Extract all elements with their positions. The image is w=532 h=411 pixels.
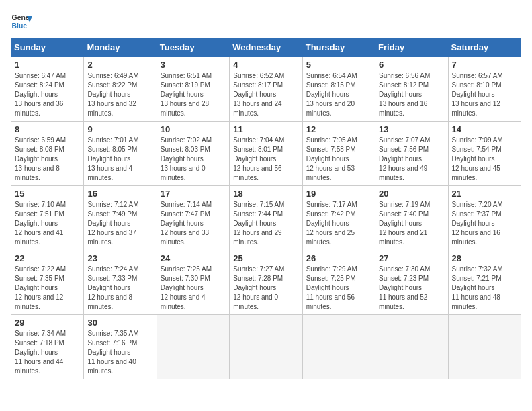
calendar-cell: 21 Sunrise: 7:20 AM Sunset: 7:37 PM Dayl… bbox=[448, 186, 521, 250]
header-wednesday: Wednesday bbox=[230, 38, 302, 57]
calendar-cell: 25 Sunrise: 7:27 AM Sunset: 7:28 PM Dayl… bbox=[230, 250, 302, 315]
calendar-cell bbox=[302, 315, 375, 379]
day-number: 10 bbox=[161, 124, 226, 134]
day-number: 11 bbox=[233, 124, 298, 134]
day-number: 13 bbox=[379, 124, 444, 134]
day-number: 27 bbox=[379, 253, 444, 263]
day-info: Sunrise: 7:19 AM Sunset: 7:40 PM Dayligh… bbox=[379, 200, 444, 247]
logo: General Blue bbox=[11, 11, 35, 32]
calendar-cell: 15 Sunrise: 7:10 AM Sunset: 7:51 PM Dayl… bbox=[11, 186, 84, 250]
calendar-cell: 13 Sunrise: 7:07 AM Sunset: 7:56 PM Dayl… bbox=[375, 122, 448, 186]
calendar-cell: 18 Sunrise: 7:15 AM Sunset: 7:44 PM Dayl… bbox=[230, 186, 302, 250]
calendar-cell: 11 Sunrise: 7:04 AM Sunset: 8:01 PM Dayl… bbox=[230, 122, 302, 186]
header-monday: Monday bbox=[84, 38, 157, 57]
day-info: Sunrise: 7:20 AM Sunset: 7:37 PM Dayligh… bbox=[452, 200, 517, 247]
calendar-week-1: 1 Sunrise: 6:47 AM Sunset: 8:24 PM Dayli… bbox=[11, 57, 521, 122]
calendar-cell: 16 Sunrise: 7:12 AM Sunset: 7:49 PM Dayl… bbox=[84, 186, 157, 250]
day-info: Sunrise: 7:29 AM Sunset: 7:25 PM Dayligh… bbox=[306, 265, 371, 312]
svg-text:Blue: Blue bbox=[12, 22, 28, 30]
day-info: Sunrise: 6:56 AM Sunset: 8:12 PM Dayligh… bbox=[379, 71, 444, 118]
header-tuesday: Tuesday bbox=[157, 38, 229, 57]
day-info: Sunrise: 7:34 AM Sunset: 7:18 PM Dayligh… bbox=[15, 329, 80, 376]
day-number: 2 bbox=[87, 60, 152, 70]
calendar-cell: 9 Sunrise: 7:01 AM Sunset: 8:05 PM Dayli… bbox=[84, 122, 157, 186]
day-info: Sunrise: 7:01 AM Sunset: 8:05 PM Dayligh… bbox=[87, 136, 152, 183]
day-info: Sunrise: 6:52 AM Sunset: 8:17 PM Dayligh… bbox=[233, 71, 298, 118]
day-number: 16 bbox=[87, 189, 152, 199]
calendar-cell bbox=[375, 315, 448, 379]
day-info: Sunrise: 7:12 AM Sunset: 7:49 PM Dayligh… bbox=[87, 200, 152, 247]
day-number: 17 bbox=[161, 189, 226, 199]
calendar-cell: 2 Sunrise: 6:49 AM Sunset: 8:22 PM Dayli… bbox=[84, 57, 157, 122]
day-info: Sunrise: 7:10 AM Sunset: 7:51 PM Dayligh… bbox=[15, 200, 80, 247]
day-number: 26 bbox=[306, 253, 371, 263]
day-info: Sunrise: 6:49 AM Sunset: 8:22 PM Dayligh… bbox=[87, 71, 152, 118]
day-number: 21 bbox=[452, 189, 517, 199]
calendar-cell: 3 Sunrise: 6:51 AM Sunset: 8:19 PM Dayli… bbox=[157, 57, 229, 122]
day-number: 23 bbox=[87, 253, 152, 263]
calendar-cell: 30 Sunrise: 7:35 AM Sunset: 7:16 PM Dayl… bbox=[84, 315, 157, 379]
calendar-cell: 1 Sunrise: 6:47 AM Sunset: 8:24 PM Dayli… bbox=[11, 57, 84, 122]
day-number: 3 bbox=[161, 60, 226, 70]
calendar-cell: 6 Sunrise: 6:56 AM Sunset: 8:12 PM Dayli… bbox=[375, 57, 448, 122]
calendar-cell: 19 Sunrise: 7:17 AM Sunset: 7:42 PM Dayl… bbox=[302, 186, 375, 250]
day-number: 29 bbox=[15, 318, 80, 328]
day-number: 28 bbox=[452, 253, 517, 263]
day-info: Sunrise: 7:04 AM Sunset: 8:01 PM Dayligh… bbox=[233, 136, 298, 183]
calendar-week-5: 29 Sunrise: 7:34 AM Sunset: 7:18 PM Dayl… bbox=[11, 315, 521, 379]
day-info: Sunrise: 7:27 AM Sunset: 7:28 PM Dayligh… bbox=[233, 265, 298, 312]
day-info: Sunrise: 7:24 AM Sunset: 7:33 PM Dayligh… bbox=[87, 265, 152, 312]
calendar-cell: 14 Sunrise: 7:09 AM Sunset: 7:54 PM Dayl… bbox=[448, 122, 521, 186]
day-number: 22 bbox=[15, 253, 80, 263]
day-info: Sunrise: 6:51 AM Sunset: 8:19 PM Dayligh… bbox=[161, 71, 226, 118]
day-number: 4 bbox=[233, 60, 298, 70]
calendar-cell: 7 Sunrise: 6:57 AM Sunset: 8:10 PM Dayli… bbox=[448, 57, 521, 122]
calendar-cell: 12 Sunrise: 7:05 AM Sunset: 7:58 PM Dayl… bbox=[302, 122, 375, 186]
day-info: Sunrise: 6:54 AM Sunset: 8:15 PM Dayligh… bbox=[306, 71, 371, 118]
day-number: 20 bbox=[379, 189, 444, 199]
day-number: 9 bbox=[87, 124, 152, 134]
day-info: Sunrise: 7:30 AM Sunset: 7:23 PM Dayligh… bbox=[379, 265, 444, 312]
calendar-table: SundayMondayTuesdayWednesdayThursdayFrid… bbox=[11, 38, 521, 379]
day-info: Sunrise: 7:32 AM Sunset: 7:21 PM Dayligh… bbox=[452, 265, 517, 312]
day-number: 1 bbox=[15, 60, 80, 70]
calendar-cell: 5 Sunrise: 6:54 AM Sunset: 8:15 PM Dayli… bbox=[302, 57, 375, 122]
page-header: General Blue bbox=[11, 11, 521, 32]
day-number: 5 bbox=[306, 60, 371, 70]
day-number: 7 bbox=[452, 60, 517, 70]
header-thursday: Thursday bbox=[302, 38, 375, 57]
day-info: Sunrise: 7:14 AM Sunset: 7:47 PM Dayligh… bbox=[161, 200, 226, 247]
day-number: 8 bbox=[15, 124, 80, 134]
day-info: Sunrise: 7:09 AM Sunset: 7:54 PM Dayligh… bbox=[452, 136, 517, 183]
day-info: Sunrise: 7:05 AM Sunset: 7:58 PM Dayligh… bbox=[306, 136, 371, 183]
day-info: Sunrise: 7:35 AM Sunset: 7:16 PM Dayligh… bbox=[87, 329, 152, 376]
day-number: 15 bbox=[15, 189, 80, 199]
day-info: Sunrise: 7:15 AM Sunset: 7:44 PM Dayligh… bbox=[233, 200, 298, 247]
calendar-week-4: 22 Sunrise: 7:22 AM Sunset: 7:35 PM Dayl… bbox=[11, 250, 521, 315]
day-info: Sunrise: 6:59 AM Sunset: 8:08 PM Dayligh… bbox=[15, 136, 80, 183]
day-number: 14 bbox=[452, 124, 517, 134]
header-row: SundayMondayTuesdayWednesdayThursdayFrid… bbox=[11, 38, 521, 57]
day-info: Sunrise: 7:07 AM Sunset: 7:56 PM Dayligh… bbox=[379, 136, 444, 183]
calendar-cell: 8 Sunrise: 6:59 AM Sunset: 8:08 PM Dayli… bbox=[11, 122, 84, 186]
calendar-cell: 26 Sunrise: 7:29 AM Sunset: 7:25 PM Dayl… bbox=[302, 250, 375, 315]
calendar-cell bbox=[230, 315, 302, 379]
calendar-week-3: 15 Sunrise: 7:10 AM Sunset: 7:51 PM Dayl… bbox=[11, 186, 521, 250]
day-info: Sunrise: 7:22 AM Sunset: 7:35 PM Dayligh… bbox=[15, 265, 80, 312]
calendar-week-2: 8 Sunrise: 6:59 AM Sunset: 8:08 PM Dayli… bbox=[11, 122, 521, 186]
calendar-cell: 22 Sunrise: 7:22 AM Sunset: 7:35 PM Dayl… bbox=[11, 250, 84, 315]
calendar-cell: 4 Sunrise: 6:52 AM Sunset: 8:17 PM Dayli… bbox=[230, 57, 302, 122]
calendar-cell: 23 Sunrise: 7:24 AM Sunset: 7:33 PM Dayl… bbox=[84, 250, 157, 315]
day-number: 24 bbox=[161, 253, 226, 263]
day-number: 19 bbox=[306, 189, 371, 199]
calendar-cell: 10 Sunrise: 7:02 AM Sunset: 8:03 PM Dayl… bbox=[157, 122, 229, 186]
day-number: 12 bbox=[306, 124, 371, 134]
header-saturday: Saturday bbox=[448, 38, 521, 57]
day-number: 30 bbox=[87, 318, 152, 328]
header-friday: Friday bbox=[375, 38, 448, 57]
day-number: 18 bbox=[233, 189, 298, 199]
calendar-cell: 20 Sunrise: 7:19 AM Sunset: 7:40 PM Dayl… bbox=[375, 186, 448, 250]
day-info: Sunrise: 6:47 AM Sunset: 8:24 PM Dayligh… bbox=[15, 71, 80, 118]
header-sunday: Sunday bbox=[11, 38, 84, 57]
calendar-cell bbox=[448, 315, 521, 379]
